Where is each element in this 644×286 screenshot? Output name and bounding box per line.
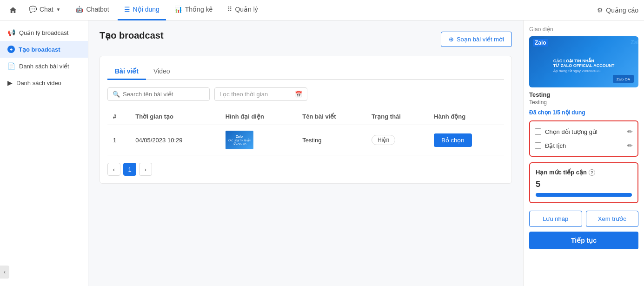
content-tabs: Bài viết Video xyxy=(107,64,504,80)
articles-table: # Thời gian tạo Hình đại diện Tên bài vi… xyxy=(107,108,504,155)
selected-count-value: 1/5 xyxy=(552,109,560,116)
sidebar-item-tao-broadcast-label: Tạo broadcast xyxy=(19,46,60,53)
nav-chat[interactable]: 💬 Chat ▼ xyxy=(22,0,67,20)
preview-image: Zalo Zalo CÁC LOẠI TIN NHẮN TỪ ZALO OFFI… xyxy=(529,36,638,87)
date-filter[interactable]: Lọc theo thời gian 📅 xyxy=(214,87,307,101)
table-header-row: # Thời gian tạo Hình đại diện Tên bài vi… xyxy=(107,108,504,125)
preview-title: Testing xyxy=(529,91,638,98)
top-nav: 💬 Chat ▼ 🤖 Chatbot ☰ Nội dung 📊 Thống kê… xyxy=(0,0,644,20)
limit-title: Hạn mức tiếp cận ? xyxy=(536,169,632,176)
options-box: Chọn đối tượng gửi ✏ Đặt lịch ✏ xyxy=(529,120,638,157)
quan-ly-icon: ⠿ xyxy=(227,6,232,13)
nav-chat-label: Chat xyxy=(40,6,53,13)
pagination-page-1[interactable]: 1 xyxy=(123,163,136,176)
schedule-checkbox[interactable] xyxy=(535,142,541,149)
compose-label: Soạn bài viết mới xyxy=(457,36,504,43)
nav-thong-ke-label: Thống kê xyxy=(185,6,213,13)
collapse-icon: ‹ xyxy=(4,269,6,275)
article-thumbnail: Zalo CÁC LOẠI TIN NHẮNTỪ ZALO OA xyxy=(226,131,253,149)
cell-status: Hiện xyxy=(366,125,428,155)
preview-logo-left: Zalo xyxy=(533,39,548,47)
preview-subtitle: Testing xyxy=(529,99,638,106)
bai-viet-icon: 📄 xyxy=(7,62,15,70)
search-input[interactable] xyxy=(123,91,205,98)
sidebar-collapse-button[interactable]: ‹ xyxy=(0,266,9,279)
nav-chatbot-label: Chatbot xyxy=(86,6,109,13)
nav-chatbot[interactable]: 🤖 Chatbot xyxy=(69,0,115,20)
limit-slider[interactable] xyxy=(536,193,632,197)
main-content: Tạo broadcast ⊕ Soạn bài viết mới Bài vi… xyxy=(88,20,523,286)
selected-count: Đã chọn 1/5 nội dung xyxy=(529,109,638,116)
nav-quan-ly-label: Quản lý xyxy=(235,6,258,13)
preview-button[interactable]: Xem trước xyxy=(586,211,639,227)
option-target-left: Chọn đối tượng gửi xyxy=(535,128,598,135)
chatbot-icon: 🤖 xyxy=(75,6,83,13)
nav-ads[interactable]: ⚙ Quảng cáo xyxy=(597,7,638,14)
ads-icon: ⚙ xyxy=(597,7,603,14)
cell-time: 04/05/2023 10:29 xyxy=(130,125,219,155)
thong-ke-icon: 📊 xyxy=(174,6,182,13)
help-icon: ? xyxy=(589,169,595,176)
cell-title: Testing xyxy=(297,125,366,155)
col-title: Tên bài viết xyxy=(297,108,366,125)
secondary-actions: Lưu nháp Xem trước xyxy=(529,211,638,227)
sidebar: 📢 Quản lý broadcast + Tạo broadcast 📄 Da… xyxy=(0,20,88,286)
video-icon: ▶ xyxy=(7,79,13,86)
content-card: Bài viết Video 🔍 Lọc theo thời gian 📅 xyxy=(100,56,512,184)
table-row: 1 04/05/2023 10:29 Zalo CÁC LOẠI TIN NHẮ… xyxy=(107,125,504,155)
schedule-edit-icon[interactable]: ✏ xyxy=(627,142,633,149)
target-checkbox[interactable] xyxy=(535,128,541,135)
preview-text: CÁC LOẠI TIN NHẮN TỪ ZALO OFFICIAL ACCOU… xyxy=(553,59,615,73)
date-filter-label: Lọc theo thời gian xyxy=(219,91,268,98)
cell-action: Bỏ chọn xyxy=(428,125,504,155)
col-time: Thời gian tạo xyxy=(130,108,219,125)
nav-noi-dung[interactable]: ☰ Nội dung xyxy=(118,0,166,20)
col-action: Hành động xyxy=(428,108,504,125)
sidebar-item-quan-ly-broadcast[interactable]: 📢 Quản lý broadcast xyxy=(0,24,88,41)
save-draft-button[interactable]: Lưu nháp xyxy=(529,211,582,227)
sidebar-item-danh-sach-bai-viet[interactable]: 📄 Danh sách bài viết xyxy=(0,58,88,74)
target-edit-icon[interactable]: ✏ xyxy=(627,128,633,135)
cell-num: 1 xyxy=(107,125,130,155)
col-num: # xyxy=(107,108,130,125)
panel-section-title: Giao diện xyxy=(529,26,638,33)
tab-video[interactable]: Video xyxy=(146,64,178,80)
option-target-label: Chọn đối tượng gửi xyxy=(545,128,598,135)
deselect-button[interactable]: Bỏ chọn xyxy=(434,133,471,147)
limit-box: Hạn mức tiếp cận ? 5 xyxy=(529,162,638,203)
search-icon: 🔍 xyxy=(113,91,120,98)
sidebar-item-video-label: Danh sách video xyxy=(16,80,61,86)
right-panel: Giao diện Zalo Zalo CÁC LOẠI TIN NHẮN TỪ… xyxy=(523,20,644,286)
home-button[interactable] xyxy=(6,3,20,18)
preview-content: Zalo Zalo CÁC LOẠI TIN NHẮN TỪ ZALO OFFI… xyxy=(550,47,618,77)
limit-value: 5 xyxy=(536,180,632,189)
sidebar-item-danh-sach-video[interactable]: ▶ Danh sách video xyxy=(0,74,88,91)
nav-noi-dung-label: Nội dung xyxy=(133,6,159,13)
search-box[interactable]: 🔍 xyxy=(107,87,210,101)
noi-dung-icon: ☰ xyxy=(124,6,130,13)
preview-logo-right: Zalo xyxy=(631,39,638,47)
nav-thong-ke[interactable]: 📊 Thống kê xyxy=(168,0,219,20)
option-row-schedule: Đặt lịch ✏ xyxy=(535,140,633,151)
nav-quan-ly[interactable]: ⠿ Quản lý xyxy=(221,0,264,20)
tab-bai-viet[interactable]: Bài viết xyxy=(107,64,146,80)
ads-label: Quảng cáo xyxy=(606,7,638,14)
chat-dropdown-icon: ▼ xyxy=(56,7,61,12)
pagination-prev[interactable]: ‹ xyxy=(107,163,120,176)
nav-left: 💬 Chat ▼ 🤖 Chatbot ☰ Nội dung 📊 Thống kê… xyxy=(6,0,265,20)
calendar-icon: 📅 xyxy=(295,91,302,98)
zalo-oa-button[interactable]: Zalo OA xyxy=(613,75,634,83)
compose-plus-icon: ⊕ xyxy=(449,36,454,43)
compose-button[interactable]: ⊕ Soạn bài viết mới xyxy=(441,32,512,47)
pagination-next[interactable]: › xyxy=(139,163,152,176)
col-thumbnail: Hình đại diện xyxy=(220,108,297,125)
main-layout: 📢 Quản lý broadcast + Tạo broadcast 📄 Da… xyxy=(0,20,644,286)
cell-thumbnail: Zalo CÁC LOẠI TIN NHẮNTỪ ZALO OA xyxy=(220,125,297,155)
status-badge: Hiện xyxy=(372,135,395,145)
sidebar-item-tao-broadcast[interactable]: + Tạo broadcast xyxy=(0,41,88,58)
col-status: Trạng thái xyxy=(366,108,428,125)
continue-button[interactable]: Tiếp tục xyxy=(529,232,638,249)
toolbar: 🔍 Lọc theo thời gian 📅 xyxy=(107,87,504,101)
option-schedule-left: Đặt lịch xyxy=(535,142,566,149)
option-schedule-label: Đặt lịch xyxy=(545,142,566,149)
